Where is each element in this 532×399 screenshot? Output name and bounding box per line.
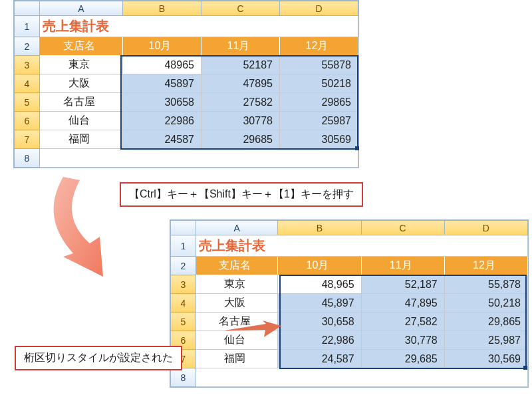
- hdr-m1[interactable]: 10月: [122, 37, 201, 56]
- row-2[interactable]: 2: [15, 37, 40, 56]
- col-B[interactable]: B: [122, 1, 201, 16]
- row-6[interactable]: 6: [15, 112, 40, 130]
- b7-2[interactable]: 24,587: [278, 350, 361, 368]
- col-B-2[interactable]: B: [278, 221, 361, 235]
- col-D[interactable]: D: [279, 1, 358, 16]
- row-1[interactable]: 1: [15, 16, 40, 37]
- c4-2[interactable]: 47,895: [361, 294, 444, 313]
- c7-2[interactable]: 29,685: [361, 350, 444, 368]
- b6[interactable]: 22986: [122, 112, 201, 130]
- row-4-2[interactable]: 4: [171, 294, 196, 313]
- hdr-m1-2[interactable]: 10月: [278, 257, 361, 275]
- hdr-name[interactable]: 支店名: [40, 37, 123, 56]
- col-C-2[interactable]: C: [361, 221, 444, 235]
- d5[interactable]: 29865: [279, 93, 358, 112]
- col-C[interactable]: C: [201, 1, 279, 16]
- b5-2[interactable]: 30,658: [278, 313, 361, 331]
- hdr-m2-2[interactable]: 11月: [361, 257, 444, 275]
- b6-2[interactable]: 22,986: [278, 331, 361, 350]
- empty-row[interactable]: [40, 149, 358, 168]
- spreadsheet-after: A B C D 1 売上集計表 2 支店名 10月 11月 12月 3 東京 4…: [170, 219, 529, 388]
- name-4-2[interactable]: 福岡: [196, 350, 278, 368]
- name-3-2[interactable]: 仙台: [196, 331, 278, 350]
- row-8[interactable]: 8: [15, 149, 40, 168]
- b3[interactable]: 48965: [122, 56, 201, 74]
- c3[interactable]: 52187: [201, 56, 279, 74]
- row-5-2[interactable]: 5: [171, 313, 196, 331]
- name-4[interactable]: 福岡: [40, 130, 123, 149]
- b3-2[interactable]: 48,965: [278, 275, 361, 294]
- name-1[interactable]: 大阪: [40, 74, 123, 93]
- name-2[interactable]: 名古屋: [40, 93, 123, 112]
- instruction-callout: 【Ctrl】キー＋【Shift】キー＋【1】キーを押す: [120, 182, 363, 207]
- name-3[interactable]: 仙台: [40, 112, 123, 130]
- b7[interactable]: 24587: [122, 130, 201, 149]
- d4[interactable]: 50218: [279, 74, 358, 93]
- d3[interactable]: 55878: [279, 56, 358, 74]
- hdr-name-2[interactable]: 支店名: [196, 257, 278, 275]
- grid-before[interactable]: A B C D 1 売上集計表 2 支店名 10月 11月 12月 3 東京 4…: [14, 1, 358, 168]
- c4[interactable]: 47895: [201, 74, 279, 93]
- select-all-corner-2[interactable]: [171, 221, 196, 235]
- result-callout: 桁区切りスタイルが設定された: [15, 346, 182, 370]
- name-0-2[interactable]: 東京: [196, 275, 278, 294]
- spreadsheet-before: A B C D 1 売上集計表 2 支店名 10月 11月 12月 3 東京 4…: [13, 0, 359, 168]
- row-3[interactable]: 3: [15, 56, 40, 74]
- c7[interactable]: 29685: [201, 130, 279, 149]
- c5[interactable]: 27582: [201, 93, 279, 112]
- hdr-m3-2[interactable]: 12月: [444, 257, 527, 275]
- b4-2[interactable]: 45,897: [278, 294, 361, 313]
- c5-2[interactable]: 27,582: [361, 313, 444, 331]
- d7[interactable]: 30569: [279, 130, 358, 149]
- c3-2[interactable]: 52,187: [361, 275, 444, 294]
- sheet-title[interactable]: 売上集計表: [40, 16, 358, 37]
- d6-2[interactable]: 25,987: [444, 331, 527, 350]
- name-1-2[interactable]: 大阪: [196, 294, 278, 313]
- select-all-corner[interactable]: [15, 1, 40, 16]
- grid-after[interactable]: A B C D 1 売上集計表 2 支店名 10月 11月 12月 3 東京 4…: [170, 220, 528, 387]
- b4[interactable]: 45897: [122, 74, 201, 93]
- row-7[interactable]: 7: [15, 130, 40, 149]
- d7-2[interactable]: 30,569: [444, 350, 527, 368]
- d3-2[interactable]: 55,878: [444, 275, 527, 294]
- b5[interactable]: 30658: [122, 93, 201, 112]
- c6[interactable]: 30778: [201, 112, 279, 130]
- sheet-title-2[interactable]: 売上集計表: [196, 235, 528, 257]
- col-A[interactable]: A: [40, 1, 123, 16]
- name-0[interactable]: 東京: [40, 56, 123, 74]
- col-D-2[interactable]: D: [444, 221, 527, 235]
- empty-row-2[interactable]: [196, 368, 528, 387]
- row-1-2[interactable]: 1: [171, 235, 196, 257]
- d5-2[interactable]: 29,865: [444, 313, 527, 331]
- row-3-2[interactable]: 3: [171, 275, 196, 294]
- row-5[interactable]: 5: [15, 93, 40, 112]
- col-A-2[interactable]: A: [196, 221, 278, 235]
- d6[interactable]: 25987: [279, 112, 358, 130]
- row-8-2[interactable]: 8: [171, 368, 196, 387]
- c6-2[interactable]: 30,778: [361, 331, 444, 350]
- hdr-m2[interactable]: 11月: [201, 37, 279, 56]
- name-2-2[interactable]: 名古屋: [196, 313, 278, 331]
- row-4[interactable]: 4: [15, 74, 40, 93]
- row-2-2[interactable]: 2: [171, 257, 196, 275]
- d4-2[interactable]: 50,218: [444, 294, 527, 313]
- hdr-m3[interactable]: 12月: [279, 37, 358, 56]
